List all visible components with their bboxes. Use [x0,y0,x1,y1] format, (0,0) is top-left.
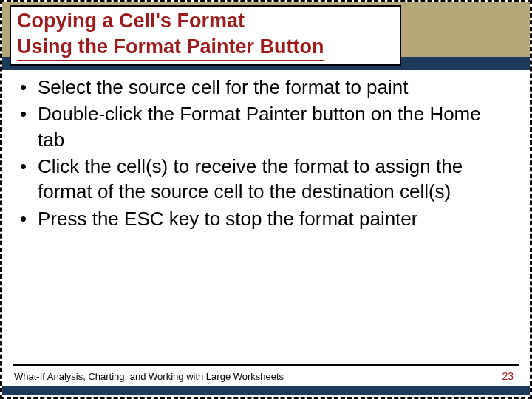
title-line-2: Using the Format Painter Button [17,34,394,61]
title-line-1: Copying a Cell's Format [17,8,394,34]
list-item: Double-click the Format Painter button o… [18,101,508,152]
body-content: Select the source cell for the format to… [18,75,508,345]
list-item: Select the source cell for the format to… [18,75,508,100]
footer-divider [13,364,519,366]
list-item: Press the ESC key to stop the format pai… [18,206,508,231]
footer-text: What-If Analysis, Charting, and Working … [14,371,284,382]
footer-bar [2,386,530,395]
title-box: Copying a Cell's Format Using the Format… [10,5,401,66]
title-line-2-text: Using the Format Painter Button [17,34,324,61]
slide: Copying a Cell's Format Using the Format… [0,0,532,399]
page-number: 23 [502,370,514,382]
list-item: Click the cell(s) to receive the format … [18,154,508,205]
bullet-list: Select the source cell for the format to… [18,75,508,231]
